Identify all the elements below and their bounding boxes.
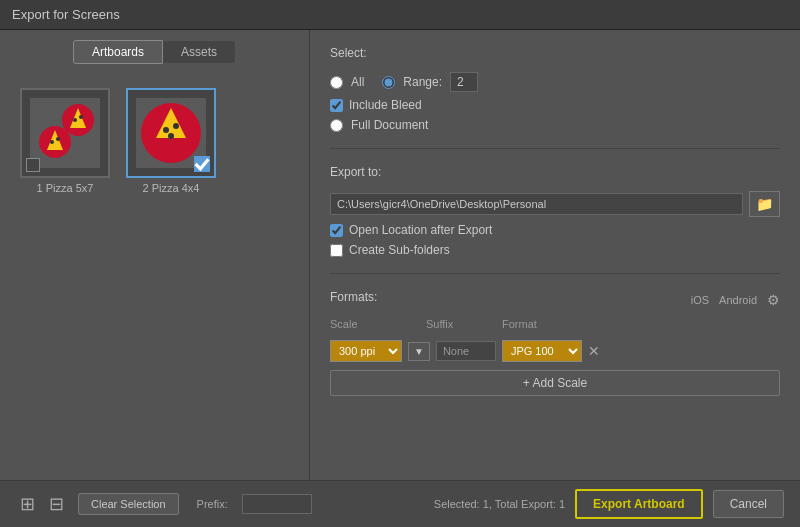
scale-select[interactable]: 300 ppi 72 ppi 96 ppi 150 ppi: [330, 340, 402, 362]
select-section: Select: All Range: 2 Include Bleed Full …: [330, 46, 780, 132]
prefix-label: Prefix:: [197, 498, 228, 510]
folder-button[interactable]: 📁: [749, 191, 780, 217]
select-label: Select:: [330, 46, 780, 60]
bottom-left-actions: ⊞ ⊟ Clear Selection Prefix:: [16, 491, 312, 517]
full-document-label: Full Document: [351, 118, 428, 132]
svg-point-12: [163, 127, 169, 133]
svg-point-7: [50, 140, 54, 144]
export-to-section: Export to: 📁 Open Location after Export …: [330, 165, 780, 257]
list-view-toggle[interactable]: ⊟: [45, 491, 68, 517]
tabs-bar: Artboards Assets: [0, 30, 309, 72]
scale-dropdown-arrow[interactable]: ▼: [408, 342, 430, 361]
status-text: Selected: 1, Total Export: 1: [434, 498, 565, 510]
formats-label: Formats:: [330, 290, 377, 304]
open-location-label: Open Location after Export: [349, 223, 492, 237]
range-radio[interactable]: [382, 76, 395, 89]
open-location-checkbox[interactable]: [330, 224, 343, 237]
right-panel: Select: All Range: 2 Include Bleed Full …: [310, 30, 800, 525]
scale-header: Scale: [330, 318, 420, 330]
full-document-radio[interactable]: [330, 119, 343, 132]
export-path-row: 📁: [330, 191, 780, 217]
artboard-2-label: 2 Pizza 4x4: [143, 182, 200, 194]
suffix-header: Suffix: [426, 318, 496, 330]
create-subfolders-label: Create Sub-folders: [349, 243, 450, 257]
export-path-input[interactable]: [330, 193, 743, 215]
suffix-input[interactable]: [436, 341, 496, 361]
artboard-1-checkbox[interactable]: [26, 158, 40, 172]
settings-gear-icon[interactable]: ⚙: [767, 292, 780, 308]
artboard-thumb-2[interactable]: [126, 88, 216, 178]
tab-assets[interactable]: Assets: [163, 40, 236, 64]
range-radio-label: Range:: [403, 75, 442, 89]
range-input[interactable]: 2: [450, 72, 478, 92]
include-bleed-checkbox[interactable]: [330, 99, 343, 112]
svg-point-14: [168, 133, 174, 139]
format-column-headers: Scale Suffix Format: [330, 318, 780, 330]
platform-buttons: iOS Android ⚙: [691, 292, 780, 308]
ios-button[interactable]: iOS: [691, 294, 709, 306]
clear-selection-button[interactable]: Clear Selection: [78, 493, 179, 515]
format-row: 300 ppi 72 ppi 96 ppi 150 ppi ▼ JPG 100 …: [330, 340, 780, 362]
left-panel: Artboards Assets: [0, 30, 310, 525]
grid-view-toggle[interactable]: ⊞: [16, 491, 39, 517]
svg-point-13: [173, 123, 179, 129]
title-bar: Export for Screens: [0, 0, 800, 30]
include-bleed-row: Include Bleed: [330, 98, 780, 112]
add-scale-button[interactable]: + Add Scale: [330, 370, 780, 396]
svg-point-8: [56, 137, 60, 141]
artboard-2-checkmark[interactable]: [194, 156, 210, 172]
artboard-item[interactable]: 2 Pizza 4x4: [126, 88, 216, 194]
title-text: Export for Screens: [12, 7, 120, 22]
artboard-thumb-1[interactable]: [20, 88, 110, 178]
artboard-item[interactable]: 1 Pizza 5x7: [20, 88, 110, 194]
android-button[interactable]: Android: [719, 294, 757, 306]
export-artboard-button[interactable]: Export Artboard: [575, 489, 703, 519]
remove-format-button[interactable]: ✕: [588, 343, 600, 359]
all-radio-label: All: [351, 75, 364, 89]
bottom-bar: ⊞ ⊟ Clear Selection Prefix: Selected: 1,…: [0, 480, 800, 527]
create-subfolders-checkbox[interactable]: [330, 244, 343, 257]
all-radio[interactable]: [330, 76, 343, 89]
create-subfolders-row: Create Sub-folders: [330, 243, 780, 257]
all-radio-row: All Range: 2: [330, 72, 780, 92]
format-select[interactable]: JPG 100 PNG SVG PDF: [502, 340, 582, 362]
svg-point-3: [73, 118, 77, 122]
svg-point-4: [79, 115, 83, 119]
divider-1: [330, 148, 780, 149]
cancel-button[interactable]: Cancel: [713, 490, 784, 518]
formats-header: Formats: iOS Android ⚙: [330, 290, 780, 310]
include-bleed-label: Include Bleed: [349, 98, 422, 112]
artboard-1-label: 1 Pizza 5x7: [37, 182, 94, 194]
divider-2: [330, 273, 780, 274]
formats-section: Formats: iOS Android ⚙ Scale Suffix Form…: [330, 290, 780, 396]
export-to-label: Export to:: [330, 165, 780, 179]
artboards-grid: 1 Pizza 5x7 2 P: [0, 72, 309, 485]
view-toggle-icons: ⊞ ⊟: [16, 491, 68, 517]
open-location-row: Open Location after Export: [330, 223, 780, 237]
prefix-input[interactable]: [242, 494, 312, 514]
full-document-row: Full Document: [330, 118, 780, 132]
tab-artboards[interactable]: Artboards: [73, 40, 163, 64]
format-header: Format: [502, 318, 592, 330]
